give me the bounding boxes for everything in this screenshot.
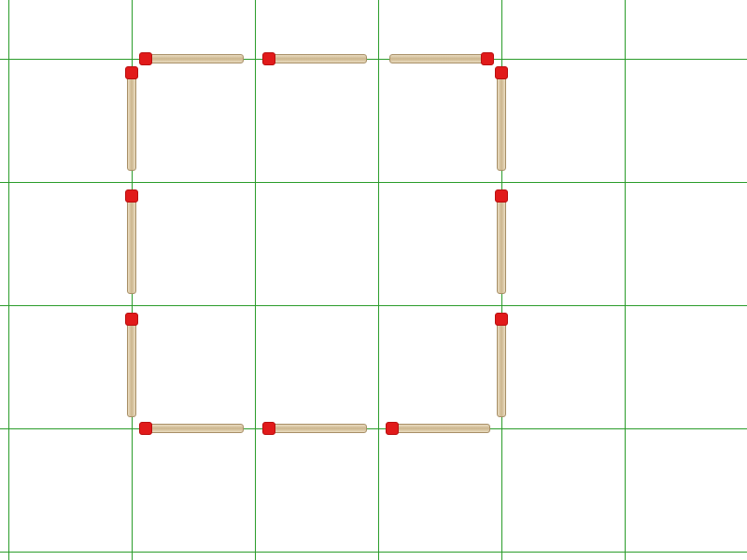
grid-line [255, 0, 256, 560]
grid-line [0, 428, 747, 429]
grid-line [132, 0, 133, 560]
grid-line [0, 59, 747, 60]
grid-line [0, 552, 747, 553]
grid-line [0, 182, 747, 183]
grid-line [625, 0, 626, 560]
grid-line [8, 0, 9, 560]
grid-line [378, 0, 379, 560]
diagram-canvas [0, 0, 747, 560]
grid-line [501, 0, 502, 560]
grid-line [0, 305, 747, 306]
